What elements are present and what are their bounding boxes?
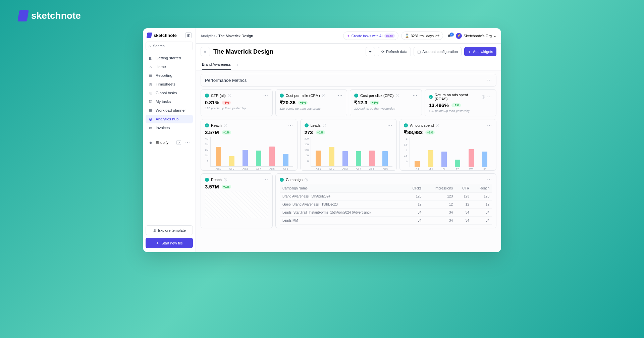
table-row[interactable]: Leads_StartTrail_InstantForms_15thApril2…	[280, 209, 492, 217]
info-icon[interactable]: i	[436, 124, 439, 127]
metric-bullet-icon: ⌄	[280, 94, 284, 98]
info-icon[interactable]: i	[224, 178, 227, 181]
cell-impressions: 12	[424, 201, 455, 209]
bar-label: Ad 1	[216, 167, 221, 170]
bar-label: RJ	[416, 168, 419, 171]
chart-bar: Ad 1	[211, 147, 225, 166]
section-title: Performance Metrics	[205, 78, 247, 83]
shopify-more-icon[interactable]: ⋯	[185, 140, 190, 145]
chart-bar: MH	[424, 150, 437, 167]
sidebar-logo: sketchnote ◧	[146, 32, 193, 42]
card-more-button[interactable]: ⋯	[338, 93, 343, 98]
card-more-button[interactable]: ⋯	[288, 123, 293, 128]
chart-bar: HP	[478, 152, 491, 167]
card-more-button[interactable]: ⋯	[263, 93, 268, 98]
card-more-button[interactable]: ⋯	[487, 177, 492, 182]
breadcrumb-root[interactable]: Analytics	[201, 34, 215, 38]
table-header: Reach	[472, 184, 492, 192]
create-tasks-ai-button[interactable]: ✦ Create tasks with AI BETA	[343, 32, 398, 40]
table-header: Impressions	[424, 184, 455, 192]
metric-bullet-icon: ⌄	[280, 178, 284, 182]
sidebar-item-analytics-hub[interactable]: ◒Analytics hub	[146, 115, 193, 123]
bar-label: Ad 2	[229, 167, 234, 170]
nav-icon: ⌂	[148, 64, 153, 69]
start-new-file-button[interactable]: ＋ Start new file	[146, 238, 193, 248]
info-icon[interactable]: i	[305, 178, 308, 181]
bar	[369, 151, 375, 166]
card-more-button[interactable]: ⋯	[387, 123, 392, 128]
chart-value: ₹88,983	[404, 129, 423, 135]
add-widgets-button[interactable]: ＋ Add widgets	[464, 47, 496, 56]
notifications-button[interactable]: 🔔︎ 4	[446, 34, 453, 38]
tab-brand-awareness[interactable]: Brand Awareness	[202, 60, 231, 70]
sidebar-collapse-button[interactable]: ◧	[185, 32, 192, 38]
cell-clicks: 12	[405, 201, 424, 209]
sidebar-logo-text: sketchnote	[154, 33, 177, 38]
nav-label: Workload planner	[156, 108, 186, 112]
topbar: Analytics / The Maverick Design ✦ Create…	[196, 28, 501, 44]
trial-days-pill[interactable]: ⌛ 3231 trail days left	[401, 32, 443, 40]
section-more-button[interactable]: ⋯	[487, 77, 492, 83]
account-config-button[interactable]: ◫ Account configuration	[414, 47, 462, 56]
chart-bar: WB	[465, 149, 478, 167]
card-more-button[interactable]: ⋯	[263, 177, 268, 182]
chart-bar: Ad 5	[265, 147, 279, 167]
y-tick: 0	[205, 160, 208, 163]
sidebar-item-invoices[interactable]: ▭Invoices	[146, 123, 193, 132]
info-icon[interactable]: i	[482, 95, 485, 99]
metric-value: 13.486%	[429, 102, 449, 108]
y-tick: 150	[305, 143, 309, 146]
info-icon[interactable]: i	[323, 124, 326, 127]
cell-clicks: 123	[405, 192, 424, 201]
chart-value: 273	[305, 129, 313, 135]
chart-bar: Ad 3	[238, 150, 252, 166]
bar-label: Ad 4	[356, 167, 361, 170]
metric-card: ⌄ Cost per click (CPC) i ⋯ ₹12.3 +1% 120…	[350, 89, 422, 116]
bar-label: MH	[429, 168, 433, 171]
sidebar-item-my-tasks[interactable]: ☑My tasks	[146, 97, 193, 106]
info-icon[interactable]: i	[322, 94, 325, 97]
sidebar-item-getting-started[interactable]: ◧Getting started	[146, 54, 193, 62]
shopify-link[interactable]: ◆ Shopify ↗ ⋯	[146, 138, 193, 147]
cell-ctr: 123	[455, 192, 472, 201]
bar-label: Ad 3	[342, 167, 347, 170]
cell-reach: 12	[472, 201, 492, 209]
card-more-button[interactable]: ⋯	[413, 93, 418, 98]
chevron-down-icon: ⌄	[493, 34, 496, 38]
reach-map-delta: +1%	[222, 185, 231, 189]
chart-bar: DL	[437, 152, 451, 167]
table-row[interactable]: Gpep_Brand Awareness_ 13thDec23 12 12 12…	[280, 201, 492, 209]
nav-icon: ▭	[148, 125, 153, 130]
table-row[interactable]: Brand Awareness_ 5thApril2024 123 123 12…	[280, 192, 492, 201]
brand-logo-text: sketchnote	[31, 10, 81, 21]
y-tick: 50	[305, 154, 309, 157]
table-row[interactable]: Leads MM 34 34 34 34	[280, 217, 492, 225]
info-icon[interactable]: i	[228, 94, 231, 97]
page-icon: ▦	[201, 47, 210, 56]
y-tick: 200	[305, 137, 309, 140]
metric-title: Return on ads spent (ROAS)	[435, 93, 480, 101]
add-tab-button[interactable]: ＋	[235, 60, 239, 70]
sidebar-item-global-tasks[interactable]: ⊞Global tasks	[146, 89, 193, 97]
search-input[interactable]: ⌕ Search	[146, 42, 193, 50]
chart-bar: Ad 1	[312, 151, 325, 166]
org-switcher[interactable]: ⚡ Sketchnote's Org ⌄	[456, 33, 496, 39]
sidebar-item-reporting[interactable]: ☰Reporting	[146, 71, 193, 80]
info-icon[interactable]: i	[224, 124, 227, 127]
sidebar-item-home[interactable]: ⌂Home	[146, 62, 193, 71]
info-icon[interactable]: i	[396, 94, 399, 97]
metric-bullet-icon: ⌄	[205, 94, 209, 98]
refresh-data-button[interactable]: ⟳ Refresh data	[378, 47, 411, 56]
card-more-button[interactable]: ⋯	[487, 94, 492, 100]
y-tick: 4M	[205, 137, 208, 140]
explore-template-button[interactable]: ◫ Explore template	[146, 225, 193, 235]
filter-button[interactable]: ⏷	[366, 47, 375, 56]
cell-reach: 34	[472, 217, 492, 225]
sidebar-item-workload-planner[interactable]: ▦Workload planner	[146, 106, 193, 115]
card-more-button[interactable]: ⋯	[487, 123, 492, 128]
y-tick: 0	[404, 160, 407, 163]
bar	[243, 150, 248, 166]
y-tick: 1M	[205, 154, 208, 157]
cell-ctr: 34	[455, 209, 472, 217]
sidebar-item-timesheets[interactable]: ◷Timesheets	[146, 80, 193, 89]
